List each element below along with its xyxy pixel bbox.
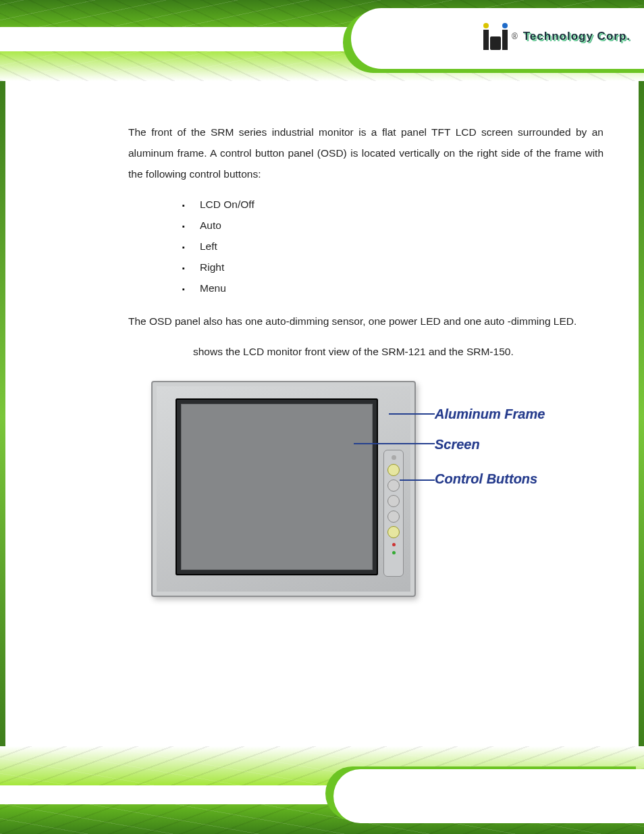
osd-sensor-led [392, 455, 396, 460]
callout-screen: Screen [435, 437, 610, 452]
callout-leader-line [389, 413, 435, 415]
monitor-screen [181, 404, 373, 570]
iei-logo-icon [483, 23, 508, 50]
header-banner: ® Technology Corp. [0, 0, 644, 81]
page-content: The front of the SRM series industrial m… [128, 122, 603, 375]
osd-button [387, 495, 400, 507]
footer-banner [0, 746, 644, 834]
brand-logo: ® Technology Corp. [483, 23, 630, 50]
figure-callouts: Aluminum Frame Screen Control Buttons [435, 407, 610, 502]
brand-text: Technology Corp. [523, 30, 630, 43]
footer-swoosh-right [333, 769, 644, 823]
monitor-figure: Aluminum Frame Screen Control Buttons [151, 381, 610, 624]
callout-control-buttons: Control Buttons [435, 471, 610, 487]
callout-leader-line [354, 443, 435, 444]
page-edge-left [0, 0, 5, 834]
footer-swoosh-left [0, 785, 378, 804]
list-item: Right [182, 257, 603, 278]
osd-power-led [392, 543, 396, 546]
osd-button [387, 511, 400, 523]
osd-button [387, 479, 400, 492]
intro-paragraph: The front of the SRM series industrial m… [128, 122, 603, 184]
osd-button [387, 526, 400, 538]
page-edge-right [639, 0, 644, 834]
registered-mark: ® [512, 32, 518, 41]
osd-note-paragraph: The OSD panel also has one auto-dimming … [128, 311, 603, 332]
control-button-list: LCD On/Off Auto Left Right Menu [182, 194, 603, 298]
osd-panel [383, 450, 404, 577]
list-item: Menu [182, 278, 603, 298]
monitor-bezel [151, 381, 416, 597]
callout-aluminum-frame: Aluminum Frame [435, 407, 610, 422]
header-swoosh-left [0, 27, 378, 51]
osd-dimming-led [392, 551, 396, 554]
list-item: LCD On/Off [182, 194, 603, 215]
figure-lead-in: shows the LCD monitor front view of the … [193, 341, 603, 362]
osd-button [387, 464, 400, 476]
callout-leader-line [400, 479, 435, 481]
monitor-screen-frame [176, 398, 378, 575]
list-item: Left [182, 236, 603, 257]
list-item: Auto [182, 215, 603, 236]
